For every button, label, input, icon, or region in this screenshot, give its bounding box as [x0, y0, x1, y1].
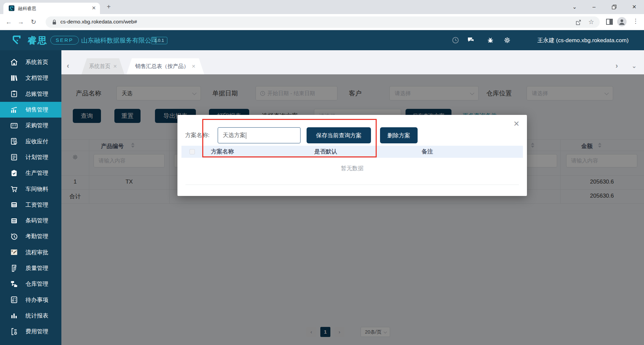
attendance-clock-icon — [9, 232, 18, 241]
window-restore-button[interactable] — [609, 2, 619, 12]
calculator-icon — [9, 200, 18, 209]
remark-column-header: 备注 — [422, 146, 433, 158]
text-cursor — [246, 132, 246, 139]
tabs-scroll-right-icon[interactable]: › — [615, 58, 618, 74]
clock-icon[interactable] — [451, 36, 460, 44]
browser-window: 融科睿思 ✕ + ⌄ – ✕ ← → ↻ cs-demo.xbg.rokedat… — [0, 0, 644, 345]
sidebar-item-barcode[interactable]: 条码管理 — [0, 213, 61, 228]
app-logo-icon — [10, 33, 23, 47]
sidebar-nav: 系统首页 文档管理 ¥ 总账管理 销售管理 采购管理 ¥ 应收应付 计划管理 生… — [0, 50, 61, 345]
dialog-close-icon[interactable]: ✕ — [514, 120, 520, 128]
bookmark-star-icon[interactable]: ☆ — [588, 18, 594, 26]
tab-close-icon[interactable]: ✕ — [192, 64, 196, 69]
company-name: 山东融科数据服务有限公司 — [81, 36, 158, 45]
bar-chart-icon — [9, 311, 18, 320]
is-default-column-header: 是否默认 — [314, 146, 337, 158]
sidebar-item-attendance[interactable]: 考勤管理 — [0, 228, 61, 244]
plan-table-header-row: 方案名称 是否默认 备注 — [181, 146, 523, 158]
sidebar-item-ledger[interactable]: ¥ 总账管理 — [0, 86, 61, 102]
todo-checklist-icon — [9, 295, 18, 304]
sidebar-item-production[interactable]: 生产管理 — [0, 165, 61, 181]
sidebar-item-home[interactable]: 系统首页 — [0, 54, 61, 70]
sales-chart-icon — [9, 105, 18, 114]
purchase-icon — [9, 121, 18, 130]
tabs-menu-chevron-icon[interactable]: ⌄ — [632, 58, 637, 74]
sidebar-item-warehouse[interactable]: 仓库管理 — [0, 276, 61, 292]
sidebar-item-wages[interactable]: 工资管理 — [0, 197, 61, 213]
page-tab-home[interactable]: 系统首页✕ — [82, 58, 124, 74]
window-chevron-icon[interactable]: ⌄ — [570, 2, 580, 12]
svg-text:¥: ¥ — [13, 92, 15, 96]
sidebar-item-sales[interactable]: 销售管理 — [0, 102, 61, 118]
barcode-icon — [9, 216, 18, 225]
approval-icon — [9, 248, 18, 257]
sidebar-item-purchase[interactable]: 采购管理 — [0, 118, 61, 133]
back-icon[interactable]: ← — [4, 17, 13, 27]
sidebar-item-documents[interactable]: 文档管理 — [0, 70, 61, 86]
window-minimize-button[interactable]: – — [589, 2, 599, 12]
home-icon — [9, 58, 18, 67]
browser-tab[interactable]: 融科睿思 ✕ — [3, 3, 100, 14]
expense-icon — [9, 327, 18, 336]
documents-icon — [9, 73, 18, 82]
receivables-icon: ¥ — [9, 137, 18, 146]
sidebar-item-receivables[interactable]: ¥ 应收应付 — [0, 133, 61, 149]
warehouse-flow-icon — [9, 279, 18, 288]
query-plan-dialog: ✕ 方案名称: 天选方案 保存当前查询方案 删除方案 方案名称 是否默认 备注 … — [177, 115, 527, 196]
settings-gear-icon[interactable] — [503, 36, 511, 44]
cart-icon — [9, 185, 18, 194]
page-tabbar: ‹ 系统首页✕ 销售汇总表（按产品）✕ › ⌄ — [61, 58, 644, 74]
delete-plan-button[interactable]: 删除方案 — [380, 127, 418, 143]
production-icon — [9, 168, 18, 178]
plan-name-input[interactable]: 天选方案 — [218, 127, 301, 143]
profile-icon[interactable] — [617, 17, 627, 28]
forward-icon[interactable]: → — [16, 17, 25, 27]
sidebar-item-planning[interactable]: 计划管理 — [0, 149, 61, 165]
caliper-icon — [9, 264, 18, 273]
planning-icon — [9, 153, 18, 162]
messages-icon[interactable] — [467, 36, 475, 44]
sidebar-item-expenses[interactable]: 费用管理 — [0, 324, 61, 339]
browser-tab-title: 融科睿思 — [18, 6, 36, 12]
sidebar-item-materials[interactable]: 车间物料 — [0, 181, 61, 197]
lock-icon — [52, 19, 57, 25]
page-tab-sales-summary[interactable]: 销售汇总表（按产品）✕ — [126, 58, 204, 74]
app-header: 睿思 SERP 山东融科数据服务有限公司 1.0.1 2 王永建 (cs-dem… — [0, 30, 644, 50]
sidebar-item-approval[interactable]: 流程审批 — [0, 245, 61, 260]
svg-text:¥: ¥ — [14, 142, 16, 144]
new-tab-button[interactable]: + — [104, 2, 113, 12]
sidebar-item-todo[interactable]: 待办事项 — [0, 292, 61, 307]
share-icon[interactable] — [575, 19, 582, 26]
side-panel-icon[interactable] — [606, 18, 613, 27]
browser-tab-close-icon[interactable]: ✕ — [92, 5, 96, 11]
version-badge: 1.0.1 — [151, 37, 167, 44]
address-bar[interactable]: cs-demo.xbg.rokedata.com/web# ☆ — [46, 16, 600, 28]
sidebar-item-quality[interactable]: 质量管理 — [0, 260, 61, 276]
main-content: ‹ 系统首页✕ 销售汇总表（按产品）✕ › ⌄ 产品名称 天选 单据日期 开始日… — [61, 50, 644, 345]
divider — [185, 185, 519, 185]
tabs-scroll-left-icon[interactable]: ‹ — [67, 58, 69, 74]
sidebar-item-reports[interactable]: 统计报表 — [0, 308, 61, 324]
username-text[interactable]: 王永建 (cs-demo.xbg.rokedata.com) — [537, 37, 629, 44]
app-logo-text: 睿思 — [28, 34, 48, 47]
debug-bug-icon[interactable] — [486, 36, 494, 44]
window-close-button[interactable]: ✕ — [629, 2, 639, 12]
site-favicon-icon — [9, 5, 14, 11]
url-text: cs-demo.xbg.rokedata.com/web# — [60, 19, 137, 25]
plan-name-label: 方案名称: — [185, 127, 210, 143]
select-all-checkbox[interactable] — [190, 149, 195, 154]
empty-data-text: 暂无数据 — [177, 164, 527, 172]
reload-icon[interactable]: ↻ — [29, 17, 38, 27]
browser-menu-icon[interactable]: ⋮ — [633, 17, 639, 25]
browser-tabstrip: 融科睿思 ✕ + ⌄ – ✕ — [0, 0, 644, 14]
browser-toolbar: ← → ↻ cs-demo.xbg.rokedata.com/web# ☆ ⋮ — [0, 14, 644, 30]
serp-badge: SERP — [50, 36, 79, 45]
tab-close-icon[interactable]: ✕ — [113, 64, 117, 69]
ledger-icon: ¥ — [9, 89, 18, 98]
plan-name-column-header: 方案名称 — [211, 146, 234, 158]
save-current-plan-button[interactable]: 保存当前查询方案 — [307, 127, 371, 143]
